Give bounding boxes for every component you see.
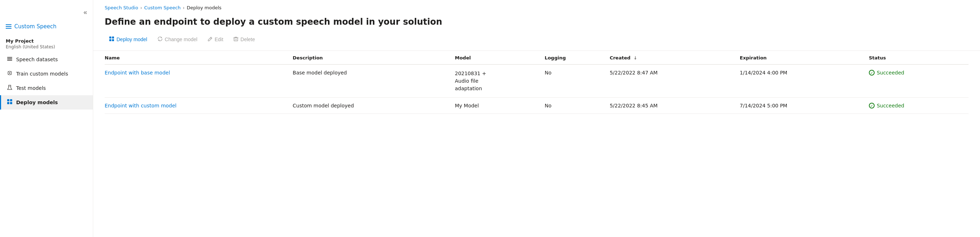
endpoints-table: Name Description Model Logging Created ↓ <box>105 51 969 114</box>
breadcrumb-speech-studio[interactable]: Speech Studio <box>105 5 138 10</box>
status-text-1: Succeeded <box>877 103 904 109</box>
svg-point-4 <box>9 72 10 74</box>
sidebar-item-train-models[interactable]: Train custom models <box>0 66 93 81</box>
change-model-button[interactable]: Change model <box>153 34 202 45</box>
table-row: Endpoint with base model Base model depl… <box>105 65 969 98</box>
cell-description-0: Base model deployed <box>293 65 455 98</box>
svg-rect-7 <box>10 99 12 101</box>
status-badge-0: ✓ Succeeded <box>869 70 963 76</box>
col-name: Name <box>105 51 293 65</box>
cell-status-1: ✓ Succeeded <box>869 98 969 114</box>
svg-rect-13 <box>112 39 114 41</box>
cell-expiration-0: 1/14/2024 4:00 PM <box>740 65 869 98</box>
breadcrumb-custom-speech[interactable]: Custom Speech <box>144 5 181 10</box>
sidebar-item-label: Speech datasets <box>16 57 58 62</box>
col-logging: Logging <box>545 51 610 65</box>
cell-expiration-1: 7/14/2024 5:00 PM <box>740 98 869 114</box>
toolbar: Deploy model Change model Edit Delete <box>93 34 980 51</box>
sidebar: « Custom Speech My Project English (Unit… <box>0 0 93 237</box>
col-expiration: Expiration <box>740 51 869 65</box>
edit-icon <box>208 36 213 43</box>
sidebar-app-label: Custom Speech <box>14 23 57 30</box>
cell-model-0: 20210831 +Audio fileadaptation <box>455 65 545 98</box>
breadcrumb-sep-1: › <box>140 5 142 10</box>
delete-label: Delete <box>240 36 255 42</box>
status-text-0: Succeeded <box>877 70 904 76</box>
deploy-model-label: Deploy model <box>116 36 147 42</box>
sidebar-item-label: Test models <box>16 85 46 91</box>
cell-name-1: Endpoint with custom model <box>105 98 293 114</box>
table-row: Endpoint with custom model Custom model … <box>105 98 969 114</box>
cell-created-0: 5/22/2022 8:47 AM <box>610 65 740 98</box>
svg-rect-2 <box>7 60 12 61</box>
status-badge-1: ✓ Succeeded <box>869 103 963 109</box>
cell-status-0: ✓ Succeeded <box>869 65 969 98</box>
change-model-label: Change model <box>165 36 197 42</box>
edit-button[interactable]: Edit <box>203 34 228 45</box>
succeeded-icon-1: ✓ <box>869 103 875 109</box>
cell-model-1: My Model <box>455 98 545 114</box>
cell-name-0: Endpoint with base model <box>105 65 293 98</box>
breadcrumb-current: Deploy models <box>187 5 221 10</box>
sidebar-item-label: Train custom models <box>16 71 68 77</box>
svg-rect-9 <box>10 102 12 104</box>
col-status: Status <box>869 51 969 65</box>
svg-line-14 <box>210 38 212 39</box>
svg-rect-12 <box>109 39 111 41</box>
project-title: My Project <box>0 35 93 44</box>
sort-icon: ↓ <box>633 55 637 60</box>
sidebar-item-deploy-models[interactable]: Deploy models <box>0 95 93 109</box>
train-icon <box>7 70 13 77</box>
svg-rect-11 <box>112 36 114 39</box>
sidebar-item-test-models[interactable]: Test models <box>0 81 93 95</box>
col-created[interactable]: Created ↓ <box>610 51 740 65</box>
succeeded-icon-0: ✓ <box>869 70 875 76</box>
svg-rect-8 <box>7 102 9 104</box>
deploy-model-icon <box>109 36 115 43</box>
test-icon <box>7 84 13 92</box>
deploy-icon <box>7 99 13 106</box>
svg-rect-6 <box>7 99 9 101</box>
col-model: Model <box>455 51 545 65</box>
cell-logging-0: No <box>545 65 610 98</box>
deploy-model-button[interactable]: Deploy model <box>105 34 152 45</box>
main-content: Speech Studio › Custom Speech › Deploy m… <box>93 0 980 237</box>
sidebar-app-title: Custom Speech <box>0 21 93 35</box>
cell-created-1: 5/22/2022 8:45 AM <box>610 98 740 114</box>
edit-label: Edit <box>215 36 223 42</box>
table-header-row: Name Description Model Logging Created ↓ <box>105 51 969 65</box>
page-title: Define an endpoint to deploy a custom sp… <box>93 14 980 34</box>
svg-rect-0 <box>7 57 12 58</box>
breadcrumb-sep-2: › <box>183 5 185 10</box>
breadcrumb: Speech Studio › Custom Speech › Deploy m… <box>93 0 980 14</box>
endpoint-link-0[interactable]: Endpoint with base model <box>105 70 170 76</box>
table-container: Name Description Model Logging Created ↓ <box>93 51 980 237</box>
datasets-icon <box>7 56 13 63</box>
svg-rect-1 <box>7 58 12 59</box>
sidebar-collapse-button[interactable]: « <box>82 7 89 17</box>
change-model-icon <box>158 36 163 43</box>
project-subtitle: English (United States) <box>0 44 93 52</box>
sidebar-item-label: Deploy models <box>16 100 58 105</box>
hamburger-icon <box>6 24 11 28</box>
cell-logging-1: No <box>545 98 610 114</box>
svg-rect-15 <box>234 38 238 41</box>
sidebar-item-speech-datasets[interactable]: Speech datasets <box>0 52 93 66</box>
cell-description-1: Custom model deployed <box>293 98 455 114</box>
col-description: Description <box>293 51 455 65</box>
svg-rect-10 <box>109 36 111 39</box>
endpoint-link-1[interactable]: Endpoint with custom model <box>105 103 177 109</box>
sidebar-collapse-area: « <box>0 4 93 21</box>
delete-button[interactable]: Delete <box>229 34 259 45</box>
delete-icon <box>233 36 239 43</box>
